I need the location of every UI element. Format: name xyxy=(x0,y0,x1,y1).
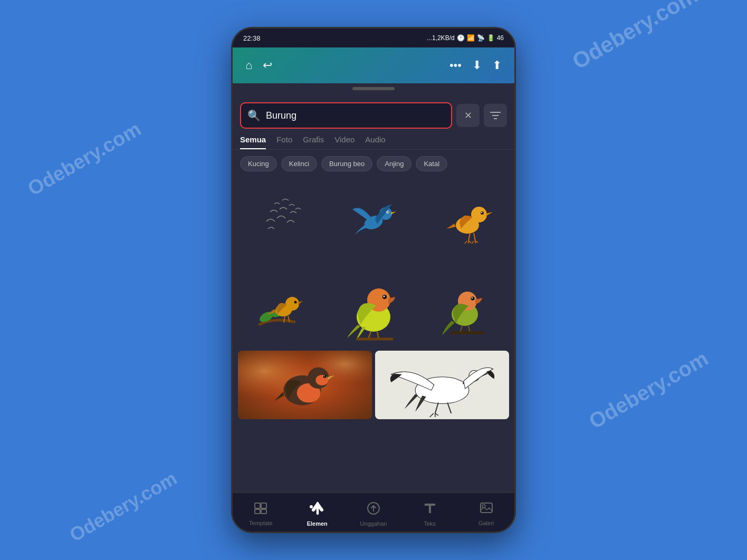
bird-item-blue[interactable] xyxy=(329,178,417,262)
bird-item-lovebird[interactable] xyxy=(329,265,417,347)
nav-teks[interactable]: Teks xyxy=(401,501,458,527)
svg-point-8 xyxy=(471,207,487,223)
svg-rect-50 xyxy=(261,509,266,514)
svg-line-18 xyxy=(284,316,285,323)
search-query: Burung xyxy=(266,110,445,121)
tab-grafis[interactable]: Grafis xyxy=(303,135,324,149)
svg-point-40 xyxy=(324,375,325,376)
template-icon xyxy=(254,502,267,518)
wifi-icon: 📡 xyxy=(477,34,485,42)
toolbar-left: ⌂ ↩ xyxy=(245,59,272,72)
nav-elemen-label: Elemen xyxy=(307,520,328,527)
bird-item-orange[interactable] xyxy=(421,178,509,262)
notch-pill xyxy=(352,87,395,90)
status-icons: ...1,2KB/d 🕐 📶 📡 🔋 46 xyxy=(427,34,504,42)
svg-point-9 xyxy=(481,211,484,215)
bird-item-green-bird[interactable] xyxy=(421,265,509,347)
nav-unggahan[interactable]: Unggahan xyxy=(346,501,402,527)
nav-template-label: Template xyxy=(249,520,273,526)
svg-rect-48 xyxy=(261,503,266,508)
teks-icon xyxy=(424,501,436,518)
filter-chips: Kucing Kelinci Burung beo Anjing Katal xyxy=(233,150,514,178)
photo-crane[interactable] xyxy=(375,351,509,419)
toolbar-right: ••• ⬇ ⬆ xyxy=(449,59,502,72)
svg-rect-47 xyxy=(255,503,260,508)
home-icon[interactable]: ⌂ xyxy=(245,59,252,72)
top-toolbar: ⌂ ↩ ••• ⬇ ⬆ xyxy=(233,47,514,83)
phone-notch xyxy=(233,83,514,94)
watermark-3: Odebery.com xyxy=(585,346,712,433)
search-section: 🔍 Burung ✕ xyxy=(233,94,514,129)
nav-template[interactable]: Template xyxy=(233,502,289,526)
network-status: ...1,2KB/d xyxy=(427,34,455,42)
svg-line-12 xyxy=(474,233,475,241)
svg-point-28 xyxy=(471,297,475,301)
nav-galeri[interactable]: Galeri xyxy=(458,502,514,526)
signal-icon: 📶 xyxy=(467,34,475,42)
clock-icon: 🕐 xyxy=(457,34,465,42)
search-icon: 🔍 xyxy=(247,109,261,122)
watermark-2: Odebery.com xyxy=(24,118,145,200)
grid-area xyxy=(233,178,514,493)
tab-semua[interactable]: Semua xyxy=(240,135,266,149)
search-input-box[interactable]: 🔍 Burung xyxy=(240,102,452,129)
unggahan-icon xyxy=(367,501,380,518)
nav-teks-label: Teks xyxy=(424,520,436,527)
svg-point-38 xyxy=(315,375,328,385)
bird-item-branch[interactable] xyxy=(238,265,326,347)
chip-kucing[interactable]: Kucing xyxy=(240,156,277,171)
search-filter-button[interactable] xyxy=(484,104,507,127)
svg-point-17 xyxy=(294,301,296,304)
tab-audio[interactable]: Audio xyxy=(365,135,385,149)
status-bar: 22:38 ...1,2KB/d 🕐 📶 📡 🔋 46 xyxy=(233,28,514,47)
svg-point-23 xyxy=(383,296,385,297)
main-content: 🔍 Burung ✕ Semua Foto Grafis Video Audio xyxy=(233,94,514,493)
svg-point-6 xyxy=(387,211,388,213)
search-clear-button[interactable]: ✕ xyxy=(456,104,480,127)
bird-item-seagulls[interactable] xyxy=(238,178,326,262)
svg-point-51 xyxy=(310,505,313,508)
nav-unggahan-label: Unggahan xyxy=(360,520,387,527)
battery-icon: 🔋 xyxy=(487,34,495,42)
share-icon[interactable]: ⬆ xyxy=(492,59,502,72)
category-tabs: Semua Foto Grafis Video Audio xyxy=(233,129,514,150)
watermark-4: Odebery.com xyxy=(66,467,181,546)
chip-anjing[interactable]: Anjing xyxy=(377,156,411,171)
svg-rect-49 xyxy=(255,509,260,514)
watermark-1: Odebery.com xyxy=(568,0,702,74)
galeri-icon xyxy=(480,502,493,518)
photo-row xyxy=(238,351,509,419)
elemen-icon xyxy=(309,501,325,518)
birds-row-1 xyxy=(238,178,509,262)
download-icon[interactable]: ⬇ xyxy=(472,59,482,72)
status-time: 22:38 xyxy=(243,34,261,42)
chip-kelinci[interactable]: Kelinci xyxy=(281,156,317,171)
battery-level: 46 xyxy=(497,34,504,42)
nav-galeri-label: Galeri xyxy=(478,520,494,526)
search-bar-wrapper: 🔍 Burung ✕ xyxy=(240,102,507,129)
tab-video[interactable]: Video xyxy=(334,135,355,149)
more-icon[interactable]: ••• xyxy=(449,59,462,72)
back-icon[interactable]: ↩ xyxy=(263,59,272,72)
svg-rect-53 xyxy=(481,503,492,513)
svg-point-29 xyxy=(472,297,473,298)
svg-line-11 xyxy=(468,233,470,241)
nav-elemen[interactable]: Elemen xyxy=(289,501,346,527)
svg-point-10 xyxy=(481,212,482,213)
bottom-nav: Template Elemen Unggahan xyxy=(233,493,514,533)
birds-row-2 xyxy=(238,265,509,347)
chip-katal[interactable]: Katal xyxy=(416,156,447,171)
chip-burung-beo[interactable]: Burung beo xyxy=(321,156,372,171)
phone-frame: 22:38 ...1,2KB/d 🕐 📶 📡 🔋 46 ⌂ ↩ ••• ⬇ ⬆ xyxy=(231,27,516,533)
svg-point-16 xyxy=(285,297,299,311)
tab-foto[interactable]: Foto xyxy=(276,135,292,149)
photo-robin[interactable] xyxy=(238,351,372,419)
svg-point-39 xyxy=(323,375,327,378)
